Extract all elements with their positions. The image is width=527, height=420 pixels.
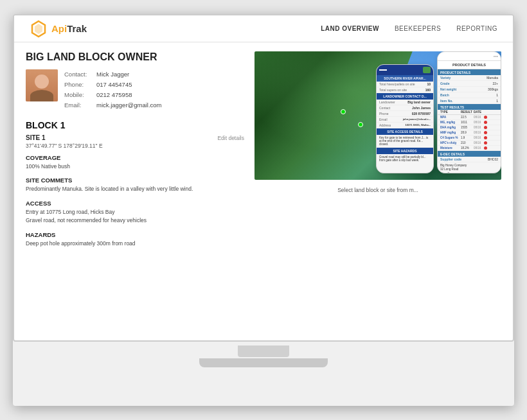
email-label: Email:	[64, 100, 93, 110]
test-hmf: HMF mg/kg28.908/16	[438, 130, 501, 136]
owner-avatar	[26, 69, 58, 101]
phone1-header	[377, 65, 433, 75]
phone2-item: Item No.1	[438, 98, 501, 104]
hazards-section: HAZARDS Deep pot hole approximately 300m…	[26, 231, 244, 248]
phone1-hazards-section: SITE HAZARDS	[377, 148, 433, 154]
test-hpc: HPC's cfu/g21008/16	[438, 141, 501, 146]
website: ApiTrak LAND OVERVIEW BEEKEEPERS REPORTI…	[14, 15, 513, 340]
phone1-title: SOUTHERN RIVER APIAR...	[377, 75, 433, 82]
site-header-row: SITE 1 Edit details	[26, 134, 244, 141]
test-moisture: Moisture18.2%08/16	[438, 146, 501, 151]
phone-value: 017 4454745	[96, 80, 132, 90]
email-value: mick.jagger@gmail.com	[96, 100, 162, 110]
phone-label: Phone:	[64, 80, 93, 90]
test-dha: DHA mg/kg153508/16	[438, 125, 501, 130]
phone2-weight: Net weight300kgs	[438, 87, 501, 92]
phone1-contact-4: Address10371 SH35, Waiha...	[377, 123, 433, 128]
phone1-access-section: SITE ACCESS DETAILS	[377, 128, 433, 135]
contact-value: Mick Jagger	[96, 69, 129, 80]
phone1-contact-2: Phone028 8755587	[377, 111, 433, 117]
phone1-contact-1: ContactJohn James	[377, 105, 433, 111]
coordinates: 37°41'49.77" S 178°29'19.11" E	[26, 143, 244, 149]
site-name: SITE 1	[26, 134, 46, 141]
phone1-contact-section: LANDOWNER CONTACT D...	[377, 93, 433, 100]
monitor: ApiTrak LAND OVERVIEW BEEKEEPERS REPORTI…	[13, 14, 514, 342]
contact-row: Contact: Mick Jagger	[64, 69, 162, 80]
phone1-row-1: Total supers on site 160	[377, 87, 433, 93]
phone2: ●●● PRODUCT DETAILS PRODUCT DETAILS Vari…	[437, 51, 501, 173]
coverage-title: COVERAGE	[26, 154, 244, 161]
monitor-stand	[13, 342, 514, 367]
stand-neck	[238, 346, 289, 357]
logo-icon	[30, 20, 48, 38]
phone2-grade: Grade22+	[438, 81, 501, 87]
map-view[interactable]: SOUTHERN RIVER APIAR... Total hives/pall…	[255, 51, 501, 180]
comments-title: SITE COMMETS	[26, 177, 244, 184]
phone2-test-section: TEST RESULTS	[438, 104, 501, 110]
block-title: BLOCK 1	[26, 120, 244, 130]
phone1: SOUTHERN RIVER APIAR... Total hives/pall…	[376, 64, 434, 173]
phone1-access-text: Key for gate to be retrieved from J... i…	[377, 135, 433, 148]
comments-body: Predominantly Manuka. Site is located in…	[26, 185, 244, 193]
test-results-header: TYPERESULTDATE	[438, 110, 501, 115]
hazards-title: HAZARDS	[26, 231, 244, 238]
main-content: BIG LAND BLOCK OWNER Contact: Mick Jagge…	[14, 42, 513, 340]
phone2-batch: Batch1	[438, 92, 501, 98]
main-nav: LAND OVERVIEW BEEKEEPERS REPORTING	[321, 25, 497, 32]
access-section: ACCESS Entry at 10775 Long road, Hicks B…	[26, 200, 244, 225]
owner-card: Contact: Mick Jagger Phone: 017 4454745 …	[26, 69, 244, 111]
phone2-status-bar: ●●●	[438, 52, 501, 61]
owner-details: Contact: Mick Jagger Phone: 017 4454745 …	[64, 69, 162, 111]
phone2-title: PRODUCT DETAILS	[438, 61, 501, 69]
phone1-contact-0: LandownerBig land owner	[377, 100, 433, 105]
test-c4: C4 Sugars %1.908/16	[438, 136, 501, 141]
access-body: Entry at 10775 Long road, Hicks Bay Grav…	[26, 208, 244, 225]
svg-marker-1	[35, 24, 42, 34]
phone2-variety: VarietyManuka	[438, 75, 501, 81]
email-row: Email: mick.jagger@gmail.com	[64, 100, 162, 110]
logo: ApiTrak	[30, 20, 87, 38]
mobile-label: Mobile:	[64, 90, 93, 100]
phone1-contact-3: Emailjohn.james@icloud.c...	[377, 117, 433, 123]
hazards-body: Deep pot hole approximately 300m from ro…	[26, 240, 244, 248]
coverage-body: 100% Native bush	[26, 162, 244, 171]
phone1-row-0: Total hives/pallets on site 10	[377, 82, 433, 87]
phone2-edec-body: Big Honey Company 32 Long Road Bigsville…	[438, 162, 501, 173]
mobile-row: Mobile: 0212 475958	[64, 90, 162, 100]
map-caption: Select land block or site from m...	[255, 187, 501, 193]
mobile-value: 0212 475958	[96, 90, 132, 100]
right-panel: SOUTHERN RIVER APIAR... Total hives/pall…	[255, 51, 501, 331]
phone2-product-section: PRODUCT DETAILS	[438, 69, 501, 75]
edit-link[interactable]: Edit details	[217, 135, 244, 141]
page-title: BIG LAND BLOCK OWNER	[26, 51, 244, 63]
phone1-hazards-text: Gravel road may still be partially bl...…	[377, 154, 433, 163]
site-header: ApiTrak LAND OVERVIEW BEEKEEPERS REPORTI…	[14, 15, 513, 42]
nav-reporting[interactable]: REPORTING	[456, 25, 497, 32]
phone2-edec-section: E-DEC DETAILS	[438, 151, 501, 157]
access-title: ACCESS	[26, 200, 244, 207]
contact-label: Contact:	[64, 69, 93, 80]
app-frame: ApiTrak LAND OVERVIEW BEEKEEPERS REPORTI…	[13, 14, 514, 406]
nav-beekeepers[interactable]: BEEKEEPERS	[395, 25, 441, 32]
phone1-icon	[423, 67, 431, 73]
phone2-supplier: Supplier code BHC02	[438, 157, 501, 162]
nav-land-overview[interactable]: LAND OVERVIEW	[321, 25, 379, 32]
phone1-container: SOUTHERN RIVER APIAR... Total hives/pall…	[376, 64, 434, 173]
hamburger-icon	[379, 69, 387, 71]
test-npa: NPA22.508/16	[438, 115, 501, 120]
phone-row: Phone: 017 4454745	[64, 80, 162, 90]
coverage-section: COVERAGE 100% Native bush	[26, 154, 244, 171]
left-panel: BIG LAND BLOCK OWNER Contact: Mick Jagge…	[26, 51, 244, 331]
test-mg: MG, mg/kg101108/16	[438, 120, 501, 125]
logo-text: ApiTrak	[51, 23, 87, 34]
phone2-container: ●●● PRODUCT DETAILS PRODUCT DETAILS Vari…	[437, 51, 501, 173]
stand-base	[199, 358, 328, 367]
comments-section: SITE COMMETS Predominantly Manuka. Site …	[26, 177, 244, 193]
